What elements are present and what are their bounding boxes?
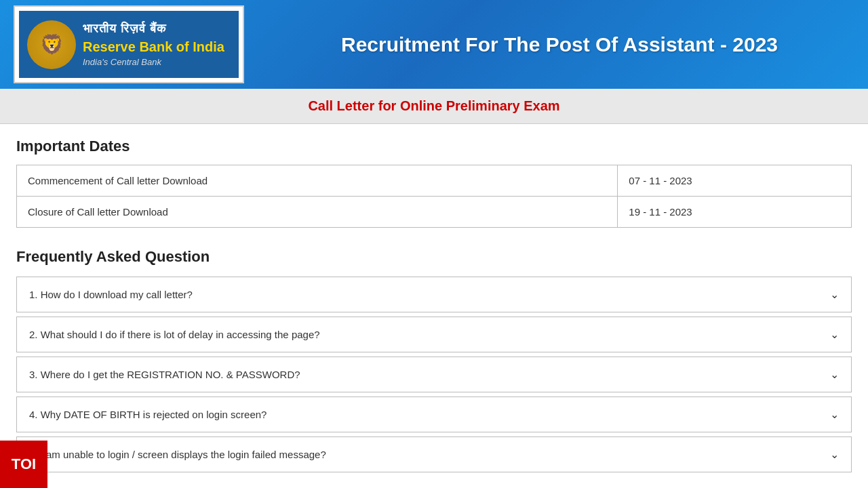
faq-question-5: 5. I am unable to login / screen display… [29, 449, 326, 460]
dates-table: Commencement of Call letter Download 07 … [16, 165, 852, 228]
chevron-down-icon-5: ⌄ [830, 448, 839, 461]
faq-item-5[interactable]: 5. I am unable to login / screen display… [16, 436, 852, 472]
sub-header-text: Call Letter for Online Preliminary Exam [308, 98, 559, 113]
main-content: Important Dates Commencement of Call let… [0, 124, 868, 488]
logo-hindi: भारतीय रिज़र्व बैंक [83, 20, 224, 37]
date-row-2-value: 19 - 11 - 2023 [618, 197, 852, 228]
faq-question-4: 4. Why DATE OF BIRTH is rejected on logi… [29, 409, 267, 420]
header-title: Recruitment For The Post Of Assistant - … [264, 33, 854, 56]
rbi-emblem: 🦁 [27, 20, 76, 69]
faq-item-2[interactable]: 2. What should I do if there is lot of d… [16, 317, 852, 352]
emblem-icon: 🦁 [40, 33, 64, 56]
logo-inner: 🦁 भारतीय रिज़र्व बैंक Reserve Bank of In… [19, 11, 239, 78]
logo-english: Reserve Bank of India [83, 37, 224, 56]
table-row: Commencement of Call letter Download 07 … [17, 165, 852, 197]
important-dates-title: Important Dates [16, 138, 852, 155]
chevron-down-icon-1: ⌄ [830, 288, 839, 301]
date-row-2-label: Closure of Call letter Download [17, 197, 618, 228]
logo-container: 🦁 भारतीय रिज़र्व बैंक Reserve Bank of In… [14, 5, 244, 83]
faq-item-1[interactable]: 1. How do I download my call letter? ⌄ [16, 277, 852, 312]
chevron-down-icon-2: ⌄ [830, 328, 839, 341]
date-row-1-label: Commencement of Call letter Download [17, 165, 618, 197]
faq-title: Frequently Asked Question [16, 248, 852, 266]
date-row-1-value: 07 - 11 - 2023 [618, 165, 852, 197]
faq-item-3[interactable]: 3. Where do I get the REGISTRATION NO. &… [16, 357, 852, 392]
logo-subtitle: India's Central Bank [83, 56, 224, 68]
faq-item-4[interactable]: 4. Why DATE OF BIRTH is rejected on logi… [16, 396, 852, 432]
chevron-down-icon-4: ⌄ [830, 408, 839, 421]
logo-text: भारतीय रिज़र्व बैंक Reserve Bank of Indi… [83, 20, 224, 68]
faq-question-3: 3. Where do I get the REGISTRATION NO. &… [29, 369, 300, 380]
header: 🦁 भारतीय रिज़र्व बैंक Reserve Bank of In… [0, 0, 868, 89]
sub-header: Call Letter for Online Preliminary Exam [0, 89, 868, 124]
chevron-down-icon-3: ⌄ [830, 368, 839, 381]
table-row: Closure of Call letter Download 19 - 11 … [17, 197, 852, 228]
faq-question-1: 1. How do I download my call letter? [29, 289, 193, 300]
faq-question-2: 2. What should I do if there is lot of d… [29, 329, 320, 340]
toi-badge[interactable]: TOI [0, 441, 47, 488]
